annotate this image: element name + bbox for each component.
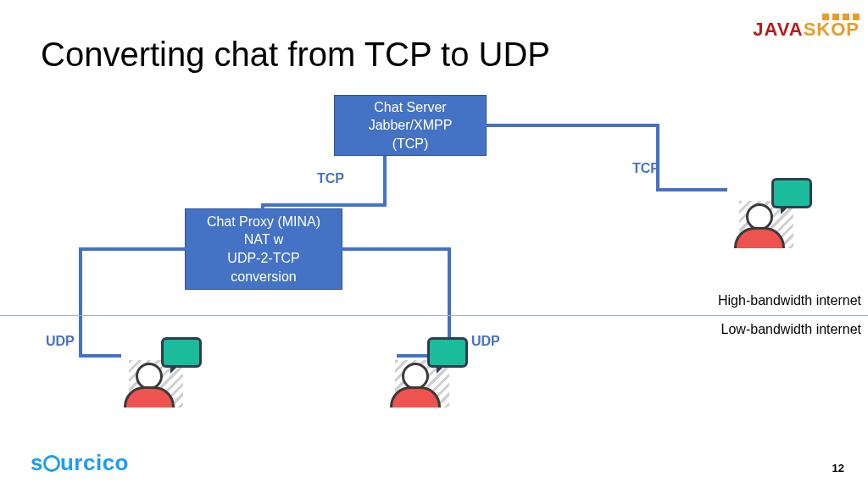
connector xyxy=(79,247,186,251)
low-bandwidth-label: Low-bandwidth internet xyxy=(721,322,861,337)
slide-title: Converting chat from TCP to UDP xyxy=(41,36,550,74)
page-number: 12 xyxy=(832,462,844,474)
proxy-line2: NAT w xyxy=(244,230,284,249)
logo-skop: SKOP xyxy=(804,19,860,40)
tcp-label-left: TCP xyxy=(317,171,344,186)
connector xyxy=(79,247,82,358)
connector xyxy=(656,124,659,191)
proxy-line4: conversion xyxy=(231,268,296,286)
connector xyxy=(656,188,727,191)
connector xyxy=(263,203,387,207)
chat-proxy-box: Chat Proxy (MINA) NAT w UDP-2-TCP conver… xyxy=(185,208,342,290)
bandwidth-divider xyxy=(0,315,868,316)
connector xyxy=(341,247,451,251)
server-line3: (TCP) xyxy=(392,135,429,153)
logo-pre: s xyxy=(31,450,43,475)
slide: Converting chat from TCP to UDP JAVASKOP… xyxy=(0,0,868,488)
logo-o-icon xyxy=(43,455,60,472)
connector xyxy=(383,156,387,207)
chat-server-box: Chat Server Jabber/XMPP (TCP) xyxy=(334,95,487,156)
connector xyxy=(485,124,659,127)
tcp-label-right: TCP xyxy=(632,161,659,176)
proxy-line1: Chat Proxy (MINA) xyxy=(207,213,320,231)
logo-post: urcico xyxy=(60,450,129,475)
sourcico-logo: surcico xyxy=(31,450,129,476)
server-line2: Jabber/XMPP xyxy=(369,116,453,135)
udp-label-right: UDP xyxy=(471,334,500,349)
proxy-line3: UDP-2-TCP xyxy=(227,249,299,268)
chat-user-icon xyxy=(734,203,785,248)
javaskop-logo: JAVASKOP xyxy=(753,14,860,39)
logo-java: JAVA xyxy=(753,19,803,40)
server-line1: Chat Server xyxy=(374,98,446,117)
connector xyxy=(79,354,121,358)
high-bandwidth-label: High-bandwidth internet xyxy=(718,293,861,308)
chat-user-icon xyxy=(390,363,441,408)
connector xyxy=(261,203,264,210)
udp-label-left: UDP xyxy=(46,334,75,349)
chat-user-icon xyxy=(124,363,175,408)
